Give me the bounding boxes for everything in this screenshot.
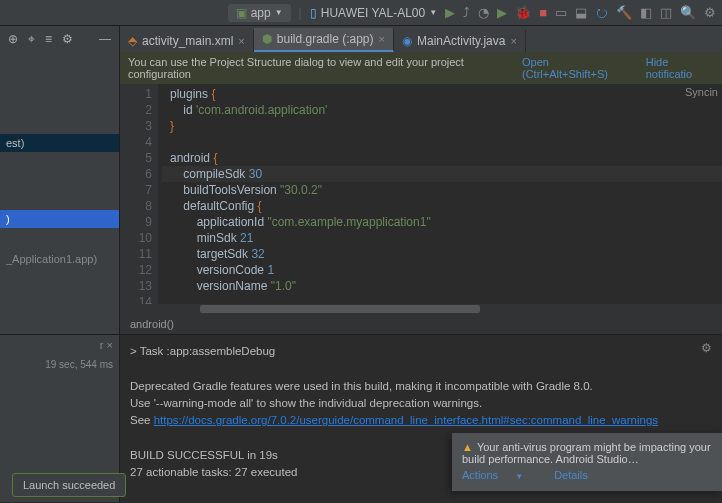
hide-icon[interactable]: — — [99, 32, 111, 46]
chevron-down-icon: ▼ — [429, 8, 437, 17]
search-icon[interactable]: 🔍 — [680, 5, 696, 20]
gear-icon[interactable]: ⚙ — [62, 32, 73, 46]
notification-popup: ▲Your anti-virus program might be impact… — [452, 433, 722, 491]
tab-main-activity[interactable]: ◉ MainActivity.java × — [394, 30, 526, 52]
coverage-icon[interactable]: ▶ — [497, 5, 507, 20]
tree-item[interactable]: est) — [0, 134, 119, 152]
build-icon[interactable]: 🔨 — [616, 5, 632, 20]
tree-item[interactable]: _Application1.app) — [0, 250, 119, 268]
breadcrumb[interactable]: android() — [120, 314, 722, 334]
gear-icon[interactable]: ⚙ — [701, 341, 712, 355]
java-icon: ◉ — [402, 34, 412, 48]
tab-activity-main[interactable]: ⬘ activity_main.xml × — [120, 30, 254, 52]
layout-editor-icon[interactable]: ◧ — [640, 5, 652, 20]
launch-status-badge[interactable]: Launch succeeded — [12, 473, 126, 497]
separator: | — [299, 6, 302, 20]
warning-icon: ▲ — [462, 441, 473, 453]
target-icon[interactable]: ⌖ — [28, 32, 35, 46]
code-editor[interactable]: Syncin plugins { id 'com.android.applica… — [158, 84, 722, 304]
device-label: HUAWEI YAL-AL00 — [321, 6, 425, 20]
android-icon: ▣ — [236, 6, 247, 20]
project-tool-window: ⊕ ⌖ ≡ ⚙ — est) ) _Application1.app) — [0, 26, 120, 334]
chevron-down-icon: ▼ — [275, 8, 283, 17]
profile-icon[interactable]: ◔ — [478, 5, 489, 20]
settings-icon[interactable]: ⚙ — [704, 5, 716, 20]
open-structure-link[interactable]: Open (Ctrl+Alt+Shift+S) — [522, 56, 632, 80]
run-config-selector[interactable]: ▣ app ▼ — [228, 4, 291, 22]
tree-item[interactable]: ) — [0, 210, 119, 228]
gradle-icon: ⬢ — [262, 32, 272, 46]
resource-manager-icon[interactable]: ◫ — [660, 5, 672, 20]
avd-icon[interactable]: ▭ — [555, 5, 567, 20]
run-icon[interactable]: ▶ — [445, 5, 455, 20]
notif-details-link[interactable]: Details — [554, 469, 588, 481]
xml-icon: ⬘ — [128, 34, 137, 48]
docs-link[interactable]: https://docs.gradle.org/7.0.2/userguide/… — [154, 414, 658, 426]
collapse-icon[interactable]: ⊕ — [8, 32, 18, 46]
top-toolbar: ▣ app ▼ | ▯ HUAWEI YAL-AL00 ▼ ▶ ⤴ ◔ ▶ 🐞 … — [0, 0, 722, 26]
sdk-icon[interactable]: ⬓ — [575, 5, 587, 20]
device-selector[interactable]: ▯ HUAWEI YAL-AL00 ▼ — [310, 6, 437, 20]
editor-notification-bar: You can use the Project Structure dialog… — [120, 52, 722, 84]
close-icon[interactable]: × — [379, 33, 385, 45]
filter-icon[interactable]: ≡ — [45, 32, 52, 46]
debug-icon[interactable]: ⤴ — [463, 5, 470, 20]
editor-tabs: ⬘ activity_main.xml × ⬢ build.gradle (:a… — [120, 26, 722, 52]
phone-icon: ▯ — [310, 6, 317, 20]
hide-notification-link[interactable]: Hide notificatio — [646, 56, 714, 80]
build-duration: 19 sec, 544 ms — [0, 355, 119, 374]
stop-icon[interactable]: ■ — [539, 5, 547, 20]
close-icon[interactable]: × — [238, 35, 244, 47]
sync-icon[interactable]: ⭮ — [595, 5, 608, 20]
line-gutter: 12345678910111213141516 — [120, 84, 158, 304]
attach-icon[interactable]: 🐞 — [515, 5, 531, 20]
horizontal-scrollbar[interactable] — [120, 304, 722, 314]
close-icon[interactable]: × — [510, 35, 516, 47]
run-config-label: app — [251, 6, 271, 20]
panel-label: r — [100, 339, 104, 351]
sync-indicator: Syncin — [685, 86, 718, 98]
tab-build-gradle[interactable]: ⬢ build.gradle (:app) × — [254, 28, 394, 52]
build-analyzer-link[interactable]: Build Analyzer — [130, 500, 203, 502]
info-message: You can use the Project Structure dialog… — [128, 56, 510, 80]
scrollbar-thumb[interactable] — [200, 305, 480, 313]
notification-text: Your anti-virus program might be impacti… — [462, 441, 711, 465]
close-icon[interactable]: × — [107, 339, 113, 351]
notif-actions-link[interactable]: Actions ▼ — [462, 469, 537, 481]
